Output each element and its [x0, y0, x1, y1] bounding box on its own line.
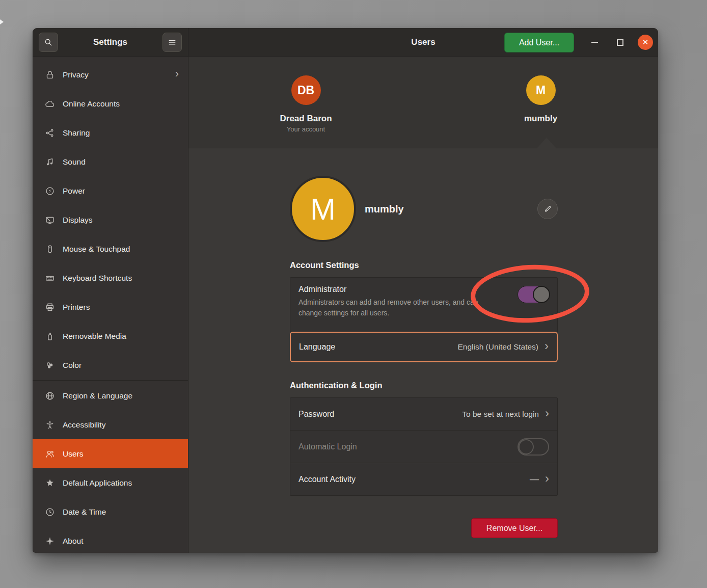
avatar: DB — [291, 75, 321, 105]
sidebar-header: Settings — [33, 28, 188, 57]
sidebar-item-date-time[interactable]: Date & Time — [33, 497, 188, 526]
headerbar: Users Add User... ✕ — [188, 28, 658, 57]
lock-icon — [44, 69, 56, 81]
keyboard-icon — [44, 273, 56, 284]
administrator-toggle[interactable] — [518, 286, 549, 303]
user-carousel: DB Dread Baron Your account M mumbly — [188, 57, 658, 148]
sidebar-item-label: About — [63, 537, 84, 546]
section-heading-account-settings: Account Settings — [290, 260, 558, 270]
automatic-login-label: Automatic Login — [298, 442, 357, 451]
account-activity-value: — — [530, 474, 539, 485]
sidebar-item-label: Mouse & Touchpad — [63, 245, 130, 254]
cursor-artifact — [0, 18, 4, 25]
sidebar-item-privacy[interactable]: Privacy› — [33, 60, 188, 89]
rename-user-button[interactable] — [537, 199, 558, 219]
profile-name: mumbly — [365, 203, 404, 215]
toggle-knob — [533, 286, 550, 303]
sidebar: Settings Privacy›Online AccountsSharingS… — [33, 28, 188, 553]
sidebar-item-label: Sound — [63, 157, 86, 167]
sidebar-item-label: Removable Media — [63, 332, 126, 341]
sidebar-item-accessibility[interactable]: Accessibility — [33, 410, 188, 439]
sidebar-item-label: Privacy — [63, 70, 89, 79]
section-heading-authentication: Authentication & Login — [290, 381, 558, 390]
cloud-icon — [44, 98, 56, 110]
accessibility-icon — [44, 419, 56, 431]
profile-avatar[interactable]: M — [290, 176, 356, 242]
sidebar-item-label: Power — [63, 186, 85, 196]
minimize-icon — [591, 42, 598, 43]
sidebar-item-color[interactable]: Color — [33, 351, 188, 380]
content-pane: Users Add User... ✕ DB Dread Baron Your … — [188, 28, 658, 553]
automatic-login-toggle[interactable] — [518, 438, 549, 456]
mouse-icon — [44, 244, 56, 255]
display-icon — [44, 215, 56, 226]
sidebar-item-label: Printers — [63, 303, 90, 312]
search-button[interactable] — [39, 33, 58, 52]
close-button[interactable]: ✕ — [638, 35, 653, 50]
language-value: English (United States) — [457, 342, 538, 352]
sidebar-item-power[interactable]: Power — [33, 176, 188, 205]
user-name: Dread Baron — [280, 114, 332, 124]
authentication-card: Password To be set at next login › Autom… — [290, 397, 558, 496]
profile-row: M mumbly — [290, 176, 558, 242]
sidebar-item-label: Default Applications — [63, 478, 132, 488]
app-title: Settings — [58, 37, 162, 47]
share-icon — [44, 127, 56, 139]
sidebar-item-label: Sharing — [63, 128, 90, 138]
user-subtitle: Your account — [287, 125, 325, 133]
hamburger-menu-icon — [167, 37, 177, 47]
remove-user-button[interactable]: Remove User... — [471, 518, 558, 538]
user-detail-panel: M mumbly Account Settings Administrator … — [188, 148, 658, 553]
sidebar-item-label: Accessibility — [63, 420, 105, 430]
search-icon — [43, 37, 53, 47]
sidebar-item-default-applications[interactable]: Default Applications — [33, 468, 188, 497]
sidebar-item-label: Keyboard Shortcuts — [63, 274, 132, 283]
add-user-button[interactable]: Add User... — [504, 33, 574, 52]
sidebar-item-label: Color — [63, 361, 81, 370]
user-card-mumbly[interactable]: M mumbly — [423, 57, 658, 148]
sidebar-item-online-accounts[interactable]: Online Accounts — [33, 89, 188, 118]
sidebar-item-region-language[interactable]: Region & Language — [33, 381, 188, 410]
language-row[interactable]: Language English (United States) › — [290, 332, 558, 362]
chevron-right-icon: › — [545, 472, 549, 487]
sidebar-item-keyboard-shortcuts[interactable]: Keyboard Shortcuts — [33, 263, 188, 292]
color-icon — [44, 360, 56, 371]
account-activity-row[interactable]: Account Activity — › — [290, 463, 557, 495]
power-icon — [44, 185, 56, 197]
clock-icon — [44, 506, 56, 518]
language-label: Language — [299, 342, 335, 352]
media-icon — [44, 331, 56, 342]
sidebar-item-label: Users — [63, 449, 83, 459]
sidebar-item-sound[interactable]: Sound — [33, 147, 188, 176]
chevron-right-icon: › — [545, 340, 549, 354]
sound-icon — [44, 156, 56, 168]
settings-window: Settings Privacy›Online AccountsSharingS… — [33, 28, 658, 553]
sparkle-icon — [44, 536, 56, 547]
sidebar-item-mouse-touchpad[interactable]: Mouse & Touchpad — [33, 234, 188, 263]
sidebar-item-label: Displays — [63, 216, 93, 225]
maximize-button[interactable] — [613, 35, 627, 50]
avatar: M — [526, 75, 556, 105]
administrator-description: Administrators can add and remove other … — [298, 297, 501, 318]
close-icon: ✕ — [642, 38, 649, 47]
chevron-right-icon: › — [545, 407, 549, 421]
minimize-button[interactable] — [587, 35, 602, 50]
administrator-label: Administrator — [298, 285, 518, 294]
user-card-dread-baron[interactable]: DB Dread Baron Your account — [188, 57, 423, 148]
sidebar-item-sharing[interactable]: Sharing — [33, 118, 188, 147]
desktop: Settings Privacy›Online AccountsSharingS… — [0, 0, 707, 588]
automatic-login-row: Automatic Login — [290, 431, 557, 463]
sidebar-item-about[interactable]: About — [33, 526, 188, 553]
sidebar-item-printers[interactable]: Printers — [33, 292, 188, 322]
sidebar-item-users[interactable]: Users — [33, 439, 188, 468]
primary-menu-button[interactable] — [162, 33, 182, 52]
sidebar-item-removable-media[interactable]: Removable Media — [33, 322, 188, 351]
administrator-row: Administrator Administrators can add and… — [290, 277, 558, 332]
password-value: To be set at next login — [462, 410, 539, 419]
sidebar-item-label: Online Accounts — [63, 99, 120, 109]
password-row[interactable]: Password To be set at next login › — [290, 398, 557, 430]
toggle-knob — [519, 439, 534, 455]
users-icon — [44, 448, 56, 460]
chevron-right-icon: › — [175, 68, 179, 81]
sidebar-item-displays[interactable]: Displays — [33, 205, 188, 234]
